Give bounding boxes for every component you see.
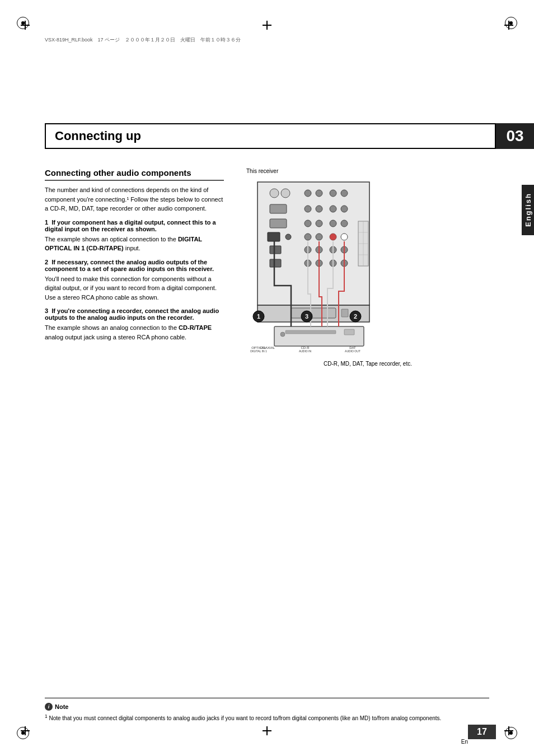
svg-point-44 [280,332,285,337]
diagram-caption: CD-R, MD, DAT, Tape recorder, etc. [246,361,489,367]
left-column: Connecting other audio components The nu… [45,168,224,345]
svg-text:3: 3 [305,313,308,320]
svg-point-18 [285,234,291,240]
section-title: Connecting other audio components [45,168,224,181]
cross-br [504,726,513,735]
right-column: This receiver [246,168,489,367]
svg-point-11 [341,206,348,212]
svg-rect-28 [270,259,281,267]
receiver-diagram: 1 2 3 OPTICAL COAXIAL DIGITAL IN 1 CD-R … [246,176,403,356]
step-2-heading: 2 If necessary, connect the analog audio… [45,259,224,272]
svg-point-4 [316,190,322,197]
svg-point-22 [341,234,348,240]
cross-bottom-center [263,726,271,735]
cross-tr [504,21,513,30]
svg-point-20 [316,234,322,240]
note-section: i Note 1 Note that you must connect digi… [45,698,489,722]
svg-point-3 [305,190,311,197]
english-sidebar: English [522,185,534,235]
svg-rect-7 [270,204,287,213]
page-number-badge: 17 [468,725,496,739]
svg-rect-23 [270,246,281,254]
svg-point-13 [305,220,311,227]
cross-top-center [263,21,271,30]
svg-point-8 [305,206,311,212]
svg-rect-12 [270,219,287,228]
note-icon: i [45,703,53,711]
svg-point-5 [330,190,336,197]
header-info: VSX-819H_RLF.book 17 ページ ２０００年１月２０日 火曜日 … [45,36,489,44]
svg-point-9 [316,206,322,212]
page-lang: En [461,739,468,745]
cross-bl [21,726,30,735]
svg-text:2: 2 [354,313,357,320]
step-1-heading: 1 If your component has a digital output… [45,219,224,232]
step-3-heading: 3 If you're connecting a recorder, conne… [45,307,224,321]
svg-point-19 [305,234,311,240]
step-1-body: The example shows an optical connection … [45,235,224,253]
svg-point-1 [270,189,279,198]
svg-point-16 [341,220,348,227]
svg-point-2 [281,189,290,198]
page-title: Connecting up [55,129,141,143]
svg-point-10 [330,206,336,212]
svg-text:DIGITAL IN 1: DIGITAL IN 1 [250,349,267,353]
svg-rect-40 [341,309,348,317]
diagram-receiver-label: This receiver [246,168,489,174]
cross-tl [21,21,30,30]
svg-point-15 [330,220,336,227]
chapter-badge: 03 [496,123,534,149]
svg-text:AUDIO IN: AUDIO IN [299,349,312,353]
svg-text:1: 1 [257,313,260,320]
svg-rect-17 [268,232,280,241]
svg-rect-43 [344,329,354,335]
section-body: The number and kind of connections depen… [45,185,224,213]
svg-point-14 [316,220,322,227]
header-file-text: VSX-819H_RLF.book 17 ページ ２０００年１月２０日 火曜日 … [45,36,241,44]
svg-rect-42 [285,330,336,334]
svg-text:AUDIO OUT: AUDIO OUT [345,349,360,353]
step-2-body: You'll need to make this connection for … [45,274,224,302]
svg-rect-39 [291,308,336,318]
note-text: 1 Note that you must connect digital com… [45,713,489,722]
svg-point-21 [330,234,336,240]
note-title: i Note [45,703,489,711]
svg-point-6 [341,190,348,197]
step-3-body: The example shows an analog connection t… [45,323,224,342]
page-title-bar: Connecting up [45,123,496,149]
content-area: Connecting other audio components The nu… [45,168,489,689]
